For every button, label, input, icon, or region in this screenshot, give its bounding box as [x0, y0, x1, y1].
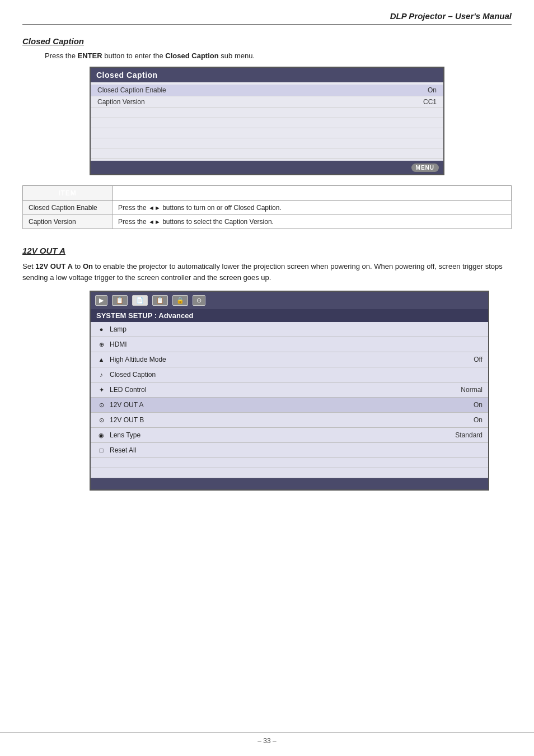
- page-header: DLP Projector – User's Manual: [22, 11, 512, 25]
- body-text-end: to enable the projector to automatically…: [22, 262, 503, 282]
- adv-row-closed-caption[interactable]: ♪ Closed Caption: [91, 367, 488, 382]
- section2-title: 12V OUT A: [22, 246, 512, 255]
- section2-body: Set 12V OUT A to On to enable the projec…: [22, 261, 512, 283]
- arrow-icon-left: ◄: [148, 218, 154, 225]
- adv-row-label: Lamp: [110, 325, 483, 333]
- led-icon: ✦: [96, 385, 106, 395]
- menu-empty-2: [91, 118, 443, 128]
- lens-icon: ◉: [96, 430, 106, 440]
- icon-tab-4[interactable]: 📋: [152, 295, 168, 306]
- adv-row-reset-all[interactable]: □ Reset All: [91, 443, 488, 458]
- section-closed-caption: Closed Caption Press the ENTER button to…: [22, 36, 512, 229]
- section1-title: Closed Caption: [22, 36, 512, 46]
- intro-text-start: Press the: [45, 52, 78, 60]
- adv-row-lamp[interactable]: ● Lamp: [91, 322, 488, 337]
- caption-icon: ♪: [96, 370, 106, 380]
- menu-row-label: Caption Version: [97, 98, 145, 106]
- menu-empty-3: [91, 128, 443, 138]
- adv-row-12v-out-a[interactable]: ⊙ 12V OUT A On: [91, 398, 488, 413]
- arrow-icon-right: ►: [154, 204, 161, 211]
- adv-empty-2: [91, 468, 488, 478]
- menu-button[interactable]: MENU: [411, 164, 439, 172]
- body-text-mid: to: [73, 262, 83, 270]
- page-footer: – 33 –: [0, 732, 534, 745]
- adv-empty-1: [91, 458, 488, 468]
- menu-row-label: Closed Caption Enable: [97, 86, 166, 94]
- menu-empty-5: [91, 148, 443, 158]
- menu-header: Closed Caption: [91, 68, 443, 82]
- adv-row-value: On: [474, 401, 483, 409]
- adv-row-value: Normal: [461, 386, 483, 394]
- adv-row-value: Off: [474, 356, 483, 363]
- header-title: DLP Projector – User's Manual: [390, 11, 512, 21]
- table-row: Closed Caption Enable Press the ◄► butto…: [23, 201, 512, 215]
- body-bold1: 12V OUT A: [35, 262, 73, 270]
- adv-menu-footer: [91, 478, 488, 489]
- adv-row-label: 12V OUT A: [110, 401, 474, 409]
- body-bold2: On: [83, 262, 93, 270]
- altitude-icon: ▲: [96, 354, 106, 365]
- menu-empty-1: [91, 108, 443, 118]
- 12v-out-b-icon: ⊙: [96, 415, 106, 425]
- table-desc-1: Press the ◄► buttons to turn on or off C…: [113, 201, 512, 215]
- icon-tab-2[interactable]: 📋: [112, 295, 128, 306]
- advanced-menu: ▶ 📋 📄 📋 🔒 ⊙ SYSTEM SETUP : Advanced ● La…: [90, 291, 489, 491]
- table-header-item: Item: [23, 186, 113, 201]
- adv-row-label: Closed Caption: [110, 371, 483, 379]
- page-number: – 33 –: [257, 737, 276, 745]
- adv-row-hdmi[interactable]: ⊕ HDMI: [91, 337, 488, 352]
- adv-row-label: LED Control: [110, 386, 461, 394]
- menu-footer: MENU: [91, 161, 443, 174]
- adv-row-label: Lens Type: [110, 431, 455, 439]
- menu-row-caption-enable[interactable]: Closed Caption Enable On: [91, 85, 443, 96]
- adv-row-label: Reset All: [110, 446, 483, 454]
- table-desc-2: Press the ◄► buttons to select the Capti…: [113, 215, 512, 229]
- menu-body: Closed Caption Enable On Caption Version…: [91, 82, 443, 161]
- section1-intro: Press the ENTER button to enter the Clos…: [45, 52, 512, 60]
- menu-row-caption-version[interactable]: Caption Version CC1: [91, 96, 443, 108]
- menu-row-value: On: [428, 86, 437, 94]
- adv-row-led-control[interactable]: ✦ LED Control Normal: [91, 382, 488, 398]
- arrow-icon-right: ►: [154, 218, 161, 225]
- reset-icon: □: [96, 445, 106, 455]
- menu-empty-4: [91, 138, 443, 148]
- adv-row-label: 12V OUT B: [110, 416, 474, 424]
- adv-row-value: On: [474, 416, 483, 424]
- adv-menu-body: ● Lamp ⊕ HDMI ▲ High Altitude Mode Off ♪…: [91, 322, 488, 478]
- icon-tab-6[interactable]: ⊙: [193, 295, 205, 306]
- menu-row-value: CC1: [423, 98, 437, 106]
- adv-row-12v-out-b[interactable]: ⊙ 12V OUT B On: [91, 413, 488, 428]
- adv-row-value: Standard: [455, 431, 483, 439]
- 12v-out-a-icon: ⊙: [96, 400, 106, 410]
- adv-row-high-altitude[interactable]: ▲ High Altitude Mode Off: [91, 352, 488, 367]
- page-wrapper: DLP Projector – User's Manual Closed Cap…: [0, 0, 534, 756]
- icon-tab-5[interactable]: 🔒: [172, 295, 188, 306]
- table-row: Caption Version Press the ◄► buttons to …: [23, 215, 512, 229]
- intro-text-end: sub menu.: [221, 52, 255, 60]
- description-table: Item Description Closed Caption Enable P…: [22, 185, 512, 229]
- intro-bold1: ENTER: [78, 52, 102, 60]
- icon-tab-3[interactable]: 📄: [132, 295, 148, 306]
- table-item-2: Caption Version: [23, 215, 113, 229]
- icon-tab-1[interactable]: ▶: [95, 295, 107, 306]
- adv-menu-icon-bar: ▶ 📋 📄 📋 🔒 ⊙: [91, 292, 488, 309]
- lamp-icon: ●: [96, 324, 106, 334]
- adv-row-lens-type[interactable]: ◉ Lens Type Standard: [91, 428, 488, 443]
- adv-row-label: High Altitude Mode: [110, 356, 474, 363]
- adv-row-label: HDMI: [110, 340, 483, 348]
- adv-menu-title: SYSTEM SETUP : Advanced: [91, 309, 488, 322]
- section-12v-out-a: 12V OUT A Set 12V OUT A to On to enable …: [22, 246, 512, 491]
- closed-caption-menu: Closed Caption Closed Caption Enable On …: [90, 67, 444, 175]
- body-text-start: Set: [22, 262, 35, 270]
- intro-text-mid: button to enter the: [104, 52, 165, 60]
- table-header-desc: Description: [113, 186, 512, 201]
- table-item-1: Closed Caption Enable: [23, 201, 113, 215]
- intro-bold2: Closed Caption: [165, 52, 218, 60]
- arrow-icon-left: ◄: [148, 204, 154, 211]
- hdmi-icon: ⊕: [96, 339, 106, 349]
